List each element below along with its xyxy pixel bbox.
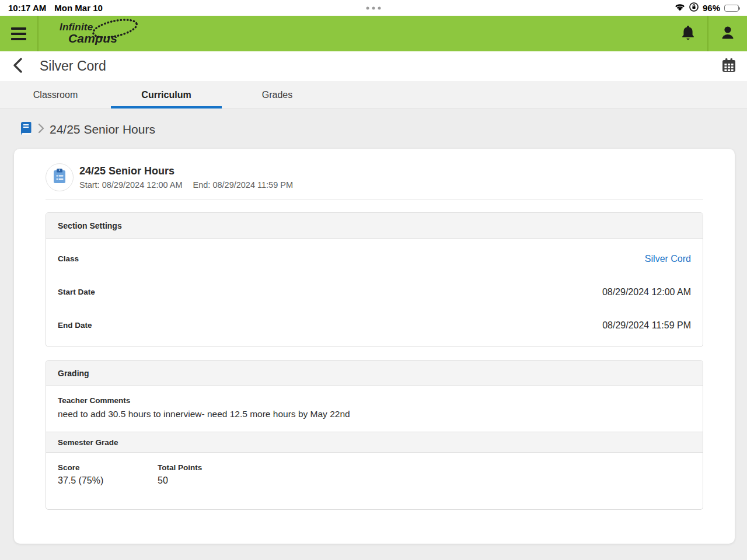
- start-date-label: Start Date: [58, 288, 95, 296]
- infinite-campus-logo: Infinite Campus: [56, 20, 138, 47]
- teacher-comments-text: need to add 30.5 hours to innerview- nee…: [58, 409, 691, 419]
- header-rule: [46, 199, 703, 200]
- app-screen: 10:17 AM Mon Mar 10 96%: [0, 0, 747, 560]
- person-icon: [720, 24, 736, 43]
- assignment-card: 24/25 Senior Hours Start: 08/29/2024 12:…: [14, 149, 735, 544]
- grading-panel: Grading Teacher Comments need to add 30.…: [46, 360, 703, 510]
- orientation-lock-icon: [689, 2, 699, 13]
- assignment-start: Start: 08/29/2024 12:00 AM: [79, 180, 183, 190]
- semester-grade-body: Score 37.5 (75%) Total Points 50: [46, 453, 703, 509]
- status-time: 10:17 AM: [8, 3, 46, 13]
- status-bar: 10:17 AM Mon Mar 10 96%: [0, 0, 747, 16]
- teacher-comments-section: Teacher Comments need to add 30.5 hours …: [46, 386, 703, 432]
- nav-bar: Silver Cord: [0, 51, 747, 82]
- setting-row-class: Class Silver Cord: [58, 242, 691, 275]
- tab-grades[interactable]: Grades: [222, 82, 333, 108]
- breadcrumb-item: 24/25 Senior Hours: [50, 123, 155, 136]
- breadcrumb: 24/25 Senior Hours: [19, 120, 747, 139]
- app-header: Infinite Campus: [0, 16, 747, 51]
- clipboard-icon: [53, 168, 67, 187]
- tab-bar: Classroom Curriculum Grades: [0, 82, 747, 108]
- assignment-header: 24/25 Senior Hours Start: 08/29/2024 12:…: [46, 149, 703, 197]
- assignment-end: End: 08/29/2024 11:59 PM: [193, 180, 293, 190]
- back-chevron-icon: [12, 58, 23, 75]
- multitasking-indicator-icon: [366, 6, 381, 9]
- assignment-title: 24/25 Senior Hours: [79, 165, 293, 177]
- status-right: 96%: [675, 2, 739, 13]
- total-points-label: Total Points: [158, 463, 257, 472]
- bell-icon: [680, 24, 696, 43]
- semester-grade-header: Semester Grade: [46, 432, 703, 453]
- hamburger-icon: [11, 27, 26, 40]
- battery-icon: [724, 5, 739, 12]
- score-label: Score: [58, 463, 158, 472]
- end-date-value: 08/29/2024 11:59 PM: [602, 320, 691, 331]
- setting-row-end-date: End Date 08/29/2024 11:59 PM: [58, 309, 691, 342]
- tab-classroom[interactable]: Classroom: [0, 82, 111, 108]
- battery-percent: 96%: [703, 3, 720, 13]
- class-value-link[interactable]: Silver Cord: [645, 254, 691, 264]
- section-settings-panel: Section Settings Class Silver Cord Start…: [46, 212, 703, 347]
- course-book-icon[interactable]: [19, 121, 33, 138]
- menu-button[interactable]: [0, 16, 39, 51]
- section-settings-header: Section Settings: [46, 213, 703, 239]
- score-column: Score 37.5 (75%): [58, 463, 158, 486]
- notifications-button[interactable]: [669, 16, 707, 51]
- status-left: 10:17 AM Mon Mar 10: [8, 3, 103, 13]
- end-date-label: End Date: [58, 321, 92, 330]
- assignment-dates: Start: 08/29/2024 12:00 AM End: 08/29/20…: [79, 180, 293, 190]
- page-title: Silver Cord: [40, 58, 106, 74]
- assignment-text-block: 24/25 Senior Hours Start: 08/29/2024 12:…: [79, 165, 293, 190]
- total-points-column: Total Points 50: [158, 463, 257, 486]
- total-points-value: 50: [158, 475, 257, 486]
- section-settings-body: Class Silver Cord Start Date 08/29/2024 …: [46, 239, 703, 346]
- start-date-value: 08/29/2024 12:00 AM: [602, 287, 691, 298]
- calendar-icon: [721, 58, 736, 75]
- back-button[interactable]: [0, 51, 35, 82]
- setting-row-start-date: Start Date 08/29/2024 12:00 AM: [58, 275, 691, 309]
- status-date: Mon Mar 10: [54, 3, 103, 13]
- grading-header: Grading: [46, 360, 703, 386]
- calendar-button[interactable]: [711, 51, 747, 82]
- tab-curriculum[interactable]: Curriculum: [111, 82, 222, 108]
- breadcrumb-chevron-icon: [38, 123, 44, 136]
- class-label: Class: [58, 254, 79, 263]
- content-area: 24/25 Senior Hours 24/25 Senior Hours St…: [0, 108, 747, 560]
- assignment-avatar: [46, 163, 74, 191]
- score-value: 37.5 (75%): [58, 475, 158, 486]
- wifi-icon: [675, 3, 685, 13]
- account-button[interactable]: [708, 16, 747, 51]
- logo-text-line2: Campus: [68, 32, 117, 46]
- teacher-comments-label: Teacher Comments: [58, 396, 691, 405]
